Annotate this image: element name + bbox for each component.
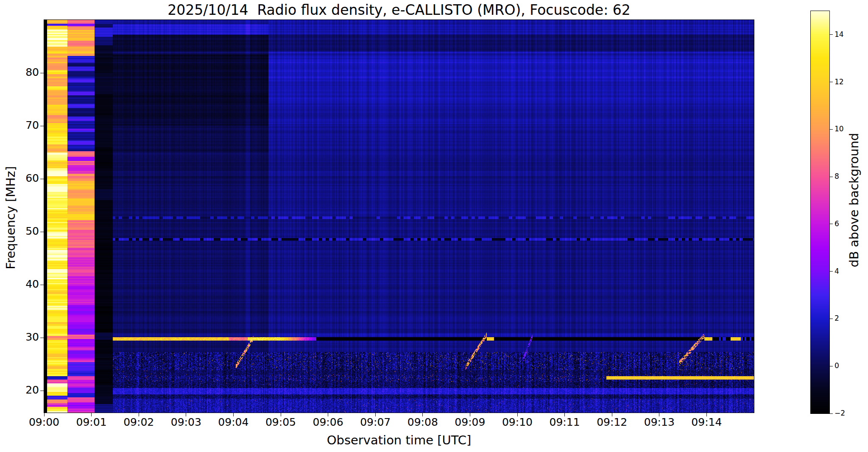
- x-tick-label: 09:01: [70, 416, 113, 428]
- colorbar-tickmark: [830, 271, 833, 272]
- y-tick-label: 40: [14, 278, 39, 290]
- x-tick-label: 09:07: [354, 416, 396, 428]
- x-tick-label: 09:06: [307, 416, 349, 428]
- colorbar-tick-label: 14: [835, 30, 844, 39]
- chart-title: 2025/10/14 Radio flux density, e-CALLIST…: [44, 2, 754, 18]
- colorbar-tick-label: 8: [835, 172, 839, 180]
- colorbar: [810, 11, 830, 414]
- colorbar-label: dB above background: [847, 157, 861, 267]
- x-tick-label: 09:10: [496, 416, 539, 428]
- x-tick-label: 09:11: [544, 416, 586, 428]
- y-tickmark: [40, 338, 44, 338]
- x-tick-label: 09:14: [685, 416, 728, 428]
- colorbar-tick-label: 2: [835, 314, 839, 322]
- x-tick-label: 09:03: [165, 416, 207, 428]
- colorbar-tickmark: [830, 82, 833, 82]
- colorbar-tickmark: [830, 34, 833, 35]
- colorbar-gradient: [811, 11, 829, 413]
- y-tickmark: [40, 285, 44, 285]
- colorbar-tickmark: [830, 129, 833, 130]
- colorbar-tickmark: [830, 224, 833, 224]
- x-tick-label: 09:09: [449, 416, 491, 428]
- colorbar-tickmark: [830, 319, 833, 319]
- y-tickmark: [40, 179, 44, 179]
- spectrogram-figure: 2025/10/14 Radio flux density, e-CALLIST…: [0, 0, 868, 452]
- x-axis-label: Observation time [UTC]: [44, 433, 754, 447]
- plot-area: [44, 19, 754, 413]
- colorbar-tick-label: 12: [835, 78, 844, 86]
- colorbar-tick-label: 10: [835, 125, 844, 133]
- x-tick-label: 09:02: [117, 416, 160, 428]
- x-tick-label: 09:12: [591, 416, 633, 428]
- x-tick-label: 09:13: [638, 416, 681, 428]
- y-tickmark: [40, 232, 44, 232]
- y-tickmark: [40, 126, 44, 126]
- y-tick-label: 80: [14, 66, 39, 78]
- colorbar-tickmark: [830, 366, 833, 366]
- colorbar-tick-label: 0: [835, 361, 839, 370]
- colorbar-tick-label: 6: [835, 219, 839, 228]
- y-tick-label: 60: [14, 172, 39, 184]
- y-tick-label: 30: [14, 331, 39, 343]
- x-tick-label: 09:08: [402, 416, 444, 428]
- y-tickmark: [40, 73, 44, 73]
- x-tick-label: 09:04: [212, 416, 254, 428]
- y-tick-label: 70: [14, 119, 39, 131]
- y-tick-label: 20: [14, 384, 39, 396]
- colorbar-tickmark: [830, 177, 833, 177]
- colorbar-tickmark: [830, 413, 833, 414]
- spectrogram-heatmap: [44, 20, 754, 413]
- colorbar-tick-label: 4: [835, 267, 839, 275]
- x-tick-label: 09:05: [260, 416, 302, 428]
- y-tickmark: [40, 391, 44, 391]
- x-tick-label: 09:00: [23, 416, 65, 428]
- y-tick-label: 50: [14, 225, 39, 237]
- colorbar-tick-label: −2: [835, 409, 845, 417]
